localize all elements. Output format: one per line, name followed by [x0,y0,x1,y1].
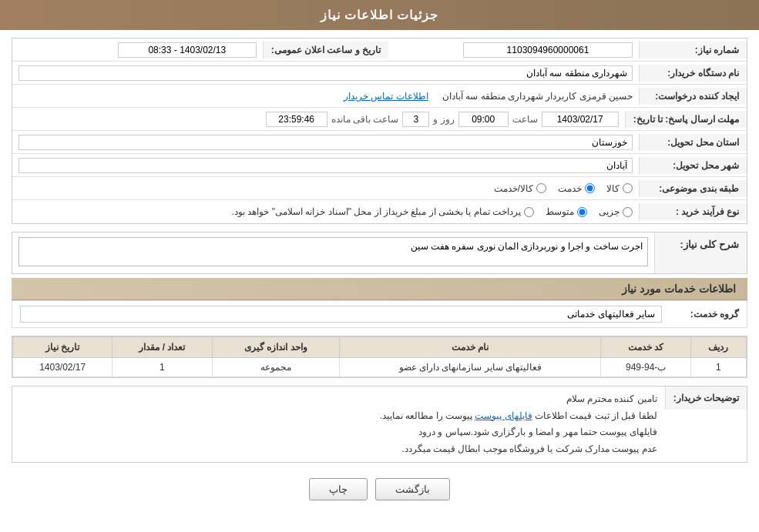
process-radio-motavassst[interactable] [577,207,587,217]
contact-link[interactable]: اطلاعات تماس خریدار [344,91,428,102]
cell-qty: 1 [113,358,212,377]
button-row: بازگشت چاپ [12,470,747,508]
table-row: 1 ب-94-949 فعالیتهای سایر سازمانهای دارا… [13,358,747,377]
city-row: شهر محل تحویل: [12,154,747,177]
creator-value: حسین قرمزی کاربردار شهرداری منطقه سه آبا… [12,88,639,105]
group-value: سایر فعالیتهای خدماتی [20,306,662,323]
announcement-date-value [12,39,263,61]
deadline-value: ساعت روز و ساعت باقی مانده [12,109,625,130]
cell-code: ب-94-949 [601,358,690,377]
buyer-notes-line1: تامین کننده محترم سلام [20,391,657,408]
category-radio-khedmat[interactable] [585,183,595,193]
cell-unit: مجموعه [212,358,340,377]
creator-row: ایجاد کننده درخواست: حسین قرمزی کاربردار… [12,85,747,108]
city-value [12,155,639,176]
need-number-input[interactable] [463,42,633,58]
creator-label: ایجاد کننده درخواست: [639,88,747,105]
need-number-row: شماره نیاز: تاریخ و ساعت اعلان عمومی: [12,38,747,62]
announcement-date-input[interactable] [118,42,257,58]
deadline-time-input[interactable] [458,112,509,127]
process-option-motavassst[interactable]: متوسط [546,206,587,217]
print-button[interactable]: چاپ [309,478,368,500]
col-header-unit: واحد اندازه گیری [212,337,340,358]
cell-name: فعالیتهای سایر سازمانهای دارای عضو [340,358,601,377]
need-number-value [388,39,639,61]
category-label-kala: کالا [606,183,620,194]
deadline-remaining-label: ساعت باقی مانده [331,114,399,125]
deadline-days-input[interactable] [402,112,429,127]
process-label: نوع فرآیند خرید : [639,203,747,220]
buyer-notes-section: توضیحات خریدار: تامین کننده محترم سلام ل… [12,386,747,463]
process-label-motavassst: متوسط [546,206,574,217]
announcement-date-label: تاریخ و ساعت اعلان عمومی: [263,42,388,59]
services-table: ردیف کد خدمت نام خدمت واحد اندازه گیری ت… [12,336,747,377]
category-radio-kala[interactable] [623,183,633,193]
buyer-notes-line2: لطفا قبل از ثبت قیمت اطلاعات فایلهای پیو… [20,408,657,425]
buyer-org-row: نام دستگاه خریدار: [12,62,747,85]
group-row: گروه خدمت: سایر فعالیتهای خدماتی [12,300,747,328]
services-header: اطلاعات خدمات مورد نیاز [12,278,747,300]
col-header-date: تاریخ نیاز [13,337,113,358]
category-option-khedmat[interactable]: خدمت [558,183,595,194]
need-desc-content: اجرت ساخت و اجرا و نوربردازی المان نوری … [12,233,654,273]
category-label-khedmat: خدمت [558,183,582,194]
process-options: جزیی متوسط پرداخت تمام یا بخشی از مبلغ خ… [12,203,639,220]
buyer-notes-line4: عدم پیوست مدارک شرکت یا فروشگاه موجب ابط… [20,441,657,458]
category-option-kala-khedmat[interactable]: کالا/خدمت [494,183,546,194]
back-button[interactable]: بازگشت [375,478,450,500]
services-table-container: ردیف کد خدمت نام خدمت واحد اندازه گیری ت… [12,336,747,378]
category-label: طبقه بندی موضوعی: [639,180,747,197]
process-option-note: پرداخت تمام یا بخشی از مبلغ خریداز از مح… [232,206,534,217]
buyer-org-label: نام دستگاه خریدار: [639,65,747,82]
page-wrapper: جزئیات اطلاعات نیاز شماره نیاز: تاریخ و … [0,0,759,532]
buyer-org-value [12,62,639,84]
category-row: طبقه بندی موضوعی: کالا خدمت کالا/خدمت [12,177,747,200]
deadline-date-input[interactable] [542,112,619,127]
process-label-khazane: پرداخت تمام یا بخشی از مبلغ خریداز از مح… [232,206,521,217]
deadline-row: مهلت ارسال پاسخ: تا تاریخ: ساعت روز و سا… [12,108,747,131]
deadline-time-label: ساعت [512,114,538,125]
attachment-link[interactable]: فایلهای پیوست [475,410,532,421]
deadline-label: مهلت ارسال پاسخ: تا تاریخ: [625,111,747,128]
process-label-jozi: جزیی [599,206,620,217]
cell-rownum: 1 [690,358,746,377]
process-option-jozi[interactable]: جزیی [599,206,633,217]
main-info-section: شماره نیاز: تاریخ و ساعت اعلان عمومی: نا… [12,38,747,224]
buyer-org-input[interactable] [18,65,633,81]
col-header-rownum: ردیف [690,337,746,358]
province-input[interactable] [18,135,633,150]
category-radio-kala-khedmat[interactable] [536,183,546,193]
city-label: شهر محل تحویل: [639,157,747,174]
need-desc-textarea[interactable]: اجرت ساخت و اجرا و نوربردازی المان نوری … [18,237,648,266]
page-title: جزئیات اطلاعات نیاز [321,8,439,22]
buyer-notes-content: تامین کننده محترم سلام لطفا قبل از ثبت ق… [12,386,665,462]
deadline-days-label: روز و [433,114,454,125]
province-row: استان محل تحویل: [12,131,747,154]
cell-date: 1403/02/17 [13,358,113,377]
col-header-code: کد خدمت [601,337,690,358]
buyer-notes-line3: فایلهای پیوست حتما مهر و امضا و بارگزاری… [20,424,657,441]
category-label-kala-khedmat: کالا/خدمت [494,183,533,194]
col-header-qty: تعداد / مقدار [113,337,212,358]
page-header: جزئیات اطلاعات نیاز [0,0,759,30]
process-radio-jozi[interactable] [623,207,633,217]
group-label: گروه خدمت: [662,309,739,320]
category-options: کالا خدمت کالا/خدمت [12,180,639,197]
province-value [12,132,639,153]
process-row: نوع فرآیند خرید : جزیی متوسط [12,200,747,223]
buyer-notes-label: توضیحات خریدار: [665,386,747,410]
need-desc-label: شرح کلی نیاز: [654,233,747,273]
col-header-name: نام خدمت [340,337,601,358]
deadline-remaining-input[interactable] [266,112,327,127]
province-label: استان محل تحویل: [639,134,747,151]
table-header-row: ردیف کد خدمت نام خدمت واحد اندازه گیری ت… [13,337,747,358]
process-radio-khazane[interactable] [524,207,534,217]
city-input[interactable] [18,158,633,173]
content-area: شماره نیاز: تاریخ و ساعت اعلان عمومی: نا… [0,30,759,516]
need-desc-section: شرح کلی نیاز: اجرت ساخت و اجرا و نوربردا… [12,232,747,274]
category-option-kala[interactable]: کالا [606,183,633,194]
creator-name: حسین قرمزی کاربردار شهرداری منطقه سه آبا… [442,91,633,102]
need-number-label: شماره نیاز: [639,42,747,59]
